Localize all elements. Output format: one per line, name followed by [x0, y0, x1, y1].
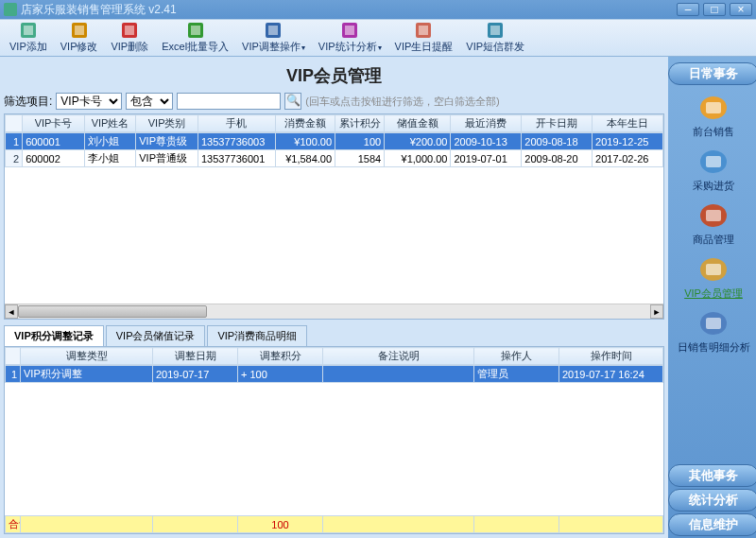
vip-adjust-icon	[266, 23, 281, 38]
svg-rect-12	[345, 26, 354, 35]
sidebar-footer-button[interactable]: 其他事务	[668, 464, 756, 487]
vip-sms-button[interactable]: VIP短信群发	[460, 21, 530, 56]
titlebar: 店家乐服装销售管理系统 v2.41 – □ ×	[0, 0, 756, 19]
minimize-button[interactable]: –	[677, 3, 699, 16]
vip-add-button[interactable]: VIP添加	[4, 21, 53, 56]
detail-grid: 调整类型调整日期调整积分备注说明操作人操作时间 1VIP积分调整2019-07-…	[4, 346, 664, 534]
svg-rect-20	[706, 156, 721, 167]
filter-go-button[interactable]: 🔍	[284, 93, 301, 110]
filter-op-select[interactable]: 包含	[126, 93, 173, 110]
col-header[interactable]: 本年生日	[593, 115, 663, 132]
svg-rect-22	[706, 210, 721, 221]
sidebar-footer-button[interactable]: 统计分析	[668, 489, 756, 512]
sidebar: 日常事务 前台销售采购进货商品管理VIP会员管理日销售明细分析 其他事务统计分析…	[668, 57, 756, 538]
app-icon	[4, 3, 17, 16]
excel-import-icon	[188, 23, 203, 38]
front-sales-icon	[696, 93, 730, 123]
svg-rect-18	[706, 102, 721, 113]
detail-tabs: VIP积分调整记录VIP会员储值记录VIP消费商品明细	[4, 325, 664, 346]
filter-row: 筛选项目: VIP卡号 包含 🔍 (回车或点击按钮进行筛选，空白筛选全部)	[4, 93, 664, 110]
sidebar-item-label: 商品管理	[693, 233, 734, 247]
svg-rect-26	[706, 318, 721, 329]
col-header[interactable]: 储值金额	[385, 115, 451, 132]
scroll-right-arrow[interactable]: ►	[650, 304, 663, 319]
vip-edit-icon	[72, 23, 87, 38]
vip-mgmt-icon	[696, 254, 730, 285]
vip-delete-button[interactable]: VIP删除	[105, 21, 154, 56]
svg-rect-2	[24, 26, 33, 35]
tbtn-label: VIP调整操作	[242, 40, 305, 54]
main-panel: VIP会员管理 筛选项目: VIP卡号 包含 🔍 (回车或点击按钮进行筛选，空白…	[0, 57, 668, 538]
col-header[interactable]: 开卡日期	[522, 115, 593, 132]
col-header[interactable]: 调整积分	[238, 348, 323, 365]
tbtn-label: VIP生日提醒	[395, 40, 454, 54]
maximize-button[interactable]: □	[703, 3, 726, 16]
page-title: VIP会员管理	[4, 64, 664, 87]
vip-edit-button[interactable]: VIP修改	[55, 21, 104, 56]
svg-rect-4	[75, 26, 84, 35]
svg-rect-10	[268, 26, 278, 35]
col-header[interactable]: 操作时间	[559, 348, 663, 365]
vip-stats-icon	[342, 23, 357, 38]
tbtn-label: VIP统计分析	[318, 40, 382, 54]
tbtn-label: Excel批量导入	[162, 40, 229, 54]
sidebar-item-label: 采购进货	[693, 179, 734, 193]
sidebar-item-label: 日销售明细分析	[678, 340, 750, 355]
svg-rect-8	[191, 26, 200, 35]
filter-field-select[interactable]: VIP卡号	[56, 93, 122, 110]
col-header[interactable]: 最近消费	[451, 115, 522, 132]
tab-points[interactable]: VIP积分调整记录	[4, 325, 104, 346]
table-row[interactable]: 2600002李小姐VIP普通级13537736001¥1,584.001584…	[6, 150, 663, 167]
col-header[interactable]: 手机	[198, 115, 276, 132]
daily-detail-icon	[696, 308, 730, 338]
col-header[interactable]: 调整日期	[153, 348, 238, 365]
svg-rect-16	[490, 26, 500, 35]
vip-sms-icon	[488, 23, 503, 38]
sidebar-item-goods[interactable]: 商品管理	[693, 199, 734, 249]
sidebar-item-label: 前台销售	[693, 125, 734, 139]
sidebar-header-button[interactable]: 日常事务	[668, 62, 756, 85]
col-header[interactable]: 消费金额	[275, 115, 335, 132]
tbtn-label: VIP短信群发	[466, 40, 524, 54]
sidebar-item-purchase[interactable]: 采购进货	[693, 145, 734, 195]
filter-hint: (回车或点击按钮进行筛选，空白筛选全部)	[305, 95, 499, 109]
col-header[interactable]: 备注说明	[323, 348, 474, 365]
window-title: 店家乐服装销售管理系统 v2.41	[21, 2, 673, 18]
purchase-icon	[696, 147, 730, 177]
col-header[interactable]: VIP类别	[136, 115, 198, 132]
col-header[interactable]: 累计积分	[335, 115, 385, 132]
vip-birthday-button[interactable]: VIP生日提醒	[389, 21, 459, 56]
filter-label: 筛选项目:	[4, 94, 52, 110]
sum-points: 100	[238, 516, 323, 533]
svg-rect-14	[419, 26, 428, 35]
tab-consume[interactable]: VIP消费商品明细	[207, 325, 307, 346]
vip-birthday-icon	[416, 23, 431, 38]
col-header[interactable]: VIP卡号	[23, 115, 85, 132]
tab-recharge[interactable]: VIP会员储值记录	[106, 325, 206, 346]
sidebar-item-label: VIP会员管理	[684, 286, 743, 301]
vip-adjust-button[interactable]: VIP调整操作	[236, 21, 311, 56]
grid-hscroll[interactable]: ◄ ►	[5, 304, 663, 319]
tbtn-label: VIP删除	[111, 40, 148, 54]
col-header[interactable]: VIP姓名	[84, 115, 135, 132]
sidebar-footer-button[interactable]: 信息维护	[668, 513, 756, 536]
col-header[interactable]: 调整类型	[21, 348, 153, 365]
col-header[interactable]: 操作人	[474, 348, 559, 365]
scroll-left-arrow[interactable]: ◄	[5, 304, 18, 319]
table-row[interactable]: 1600001刘小姐VIP尊贵级13537736003¥100.00100¥20…	[6, 133, 663, 150]
vip-add-icon	[21, 23, 36, 38]
tbtn-label: VIP修改	[60, 40, 98, 54]
scroll-thumb[interactable]	[18, 305, 207, 318]
close-button[interactable]: ×	[730, 3, 752, 16]
vip-grid: VIP卡号VIP姓名VIP类别手机消费金额累计积分储值金额最近消费开卡日期本年生…	[4, 113, 664, 320]
vip-delete-icon	[122, 23, 137, 38]
excel-import-button[interactable]: Excel批量导入	[156, 21, 234, 56]
svg-rect-0	[4, 3, 17, 16]
sidebar-item-daily-detail[interactable]: 日销售明细分析	[678, 306, 750, 356]
vip-stats-button[interactable]: VIP统计分析	[313, 21, 387, 56]
filter-value-input[interactable]	[177, 93, 281, 110]
sidebar-item-vip-mgmt[interactable]: VIP会员管理	[684, 252, 743, 303]
sidebar-item-front-sales[interactable]: 前台销售	[693, 91, 734, 141]
svg-rect-6	[125, 26, 134, 35]
table-row[interactable]: 1VIP积分调整2019-07-17+ 100管理员2019-07-17 16:…	[6, 366, 663, 383]
